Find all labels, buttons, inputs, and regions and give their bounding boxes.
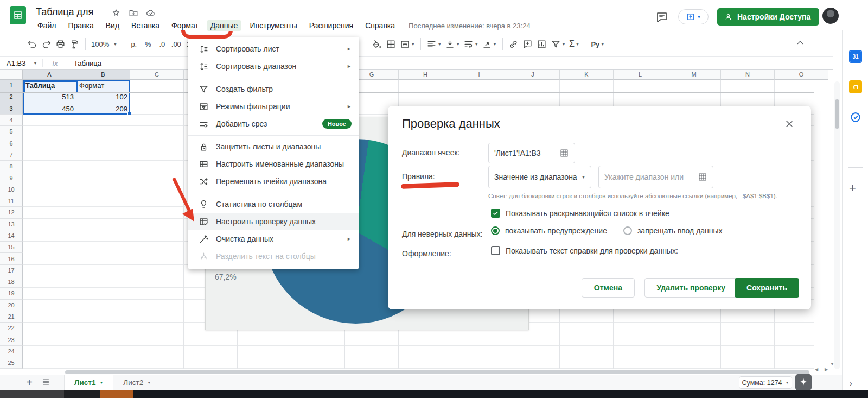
- column-header-J[interactable]: J: [506, 70, 560, 80]
- menu-Вставка[interactable]: Вставка: [127, 20, 163, 31]
- avatar[interactable]: [822, 8, 839, 24]
- remove-validation-button[interactable]: Удалить проверку: [644, 278, 738, 298]
- menu-item-sort-sheet[interactable]: Сортировать лист►: [188, 40, 359, 58]
- print-button[interactable]: [53, 36, 67, 52]
- format-percent-button[interactable]: %: [141, 36, 155, 52]
- text-rotate-button[interactable]: ▼: [480, 36, 499, 52]
- menu-item-column-stats[interactable]: Статистика по столбцам: [188, 195, 359, 213]
- row-header-24[interactable]: 24: [0, 346, 23, 357]
- range-input[interactable]: 'Лист1'!A1:B3: [488, 143, 575, 163]
- star-icon[interactable]: [111, 8, 121, 18]
- add-addon-icon[interactable]: +: [849, 181, 856, 195]
- cancel-button[interactable]: Отмена: [582, 278, 635, 298]
- menu-item-data-validation[interactable]: Настроить проверку данных: [188, 213, 359, 230]
- comment-history-icon[interactable]: [655, 11, 668, 24]
- row-header-17[interactable]: 17: [0, 265, 23, 276]
- criteria-select[interactable]: Значение из диапазона ▼: [488, 166, 591, 188]
- fill-handle[interactable]: [127, 112, 131, 116]
- vertical-scrollbar-thumb[interactable]: [835, 99, 839, 129]
- menu-item-create-filter[interactable]: Создать фильтр: [188, 80, 359, 98]
- document-title[interactable]: Таблица для: [36, 7, 93, 18]
- undo-button[interactable]: [25, 36, 39, 52]
- menu-item-sort-range[interactable]: Сортировать диапазон►: [188, 58, 359, 75]
- add-sheet-button[interactable]: +: [22, 376, 37, 389]
- functions-button[interactable]: Σ▼: [567, 36, 581, 52]
- column-header-O[interactable]: O: [775, 70, 828, 80]
- row-header-9[interactable]: 9: [0, 172, 23, 184]
- sum-pill[interactable]: Сумма: 1274 ▼: [739, 376, 792, 389]
- borders-button[interactable]: [384, 36, 398, 52]
- tasks-icon[interactable]: [849, 111, 862, 124]
- menu-item-protect[interactable]: Защитить листы и диапазоны: [188, 138, 359, 155]
- insert-comment-button[interactable]: [521, 36, 535, 52]
- all-sheets-button[interactable]: [41, 377, 56, 388]
- column-header-C[interactable]: C: [130, 70, 184, 80]
- select-all-corner[interactable]: [0, 70, 23, 80]
- row-header-22[interactable]: 22: [0, 323, 23, 334]
- text-wrap-button[interactable]: ▼: [462, 36, 480, 52]
- row-header-2[interactable]: 2: [0, 91, 23, 103]
- row-header-4[interactable]: 4: [0, 115, 23, 126]
- sheets-logo-icon[interactable]: [10, 6, 26, 24]
- row-header-21[interactable]: 21: [0, 311, 23, 323]
- show-warning-radio[interactable]: [491, 226, 500, 235]
- scroll-right-icon[interactable]: ▶: [825, 367, 828, 372]
- sheet-tab-Лист1[interactable]: Лист1▼: [64, 375, 113, 390]
- row-header-14[interactable]: 14: [0, 230, 23, 242]
- reject-input-radio[interactable]: [623, 226, 632, 235]
- redo-button[interactable]: [39, 36, 53, 52]
- format-currency-button[interactable]: р.: [127, 36, 141, 52]
- row-header-8[interactable]: 8: [0, 161, 23, 172]
- increase-decimals-button[interactable]: .00: [169, 36, 183, 52]
- menu-Расширения[interactable]: Расширения: [305, 20, 357, 31]
- menu-item-randomize[interactable]: Перемешать ячейки диапазона: [188, 173, 359, 190]
- last-edit-link[interactable]: Последнее изменение: вчера в 23:24: [409, 22, 531, 30]
- row-header-10[interactable]: 10: [0, 184, 23, 195]
- cloud-check-icon[interactable]: [146, 8, 156, 18]
- menu-Инструменты[interactable]: Инструменты: [246, 20, 301, 31]
- column-header-H[interactable]: H: [399, 70, 452, 80]
- row-header-11[interactable]: 11: [0, 195, 23, 207]
- keep-icon[interactable]: [849, 80, 862, 93]
- vertical-align-button[interactable]: ▼: [443, 36, 462, 52]
- column-header-I[interactable]: I: [452, 70, 506, 80]
- row-header-3[interactable]: 3: [0, 103, 23, 115]
- row-header-15[interactable]: 15: [0, 242, 23, 253]
- row-header-25[interactable]: 25: [0, 357, 23, 369]
- zoom-select[interactable]: 100% ▼: [90, 36, 119, 52]
- select-range-icon[interactable]: [559, 148, 569, 158]
- save-button[interactable]: Сохранить: [735, 278, 799, 298]
- column-header-L[interactable]: L: [614, 70, 667, 80]
- panel-expand-icon[interactable]: ›: [850, 378, 852, 388]
- row-header-1[interactable]: 1: [0, 80, 23, 91]
- calendar-icon[interactable]: 31: [849, 50, 862, 63]
- column-header-K[interactable]: K: [560, 70, 614, 80]
- row-header-19[interactable]: 19: [0, 288, 23, 299]
- menu-Справка[interactable]: Справка: [361, 20, 399, 31]
- input-tools-button[interactable]: Ру▼: [589, 36, 606, 52]
- close-icon[interactable]: [784, 118, 795, 129]
- menu-item-slicer[interactable]: Добавить срезНовое: [188, 115, 359, 132]
- explore-button[interactable]: [795, 374, 812, 390]
- column-header-A[interactable]: A: [23, 70, 76, 80]
- decrease-decimals-button[interactable]: .0: [155, 36, 169, 52]
- menu-Вид[interactable]: Вид: [102, 20, 123, 31]
- row-header-20[interactable]: 20: [0, 300, 23, 311]
- hide-menus-button[interactable]: [793, 36, 807, 50]
- row-header-13[interactable]: 13: [0, 219, 23, 230]
- menu-Данные[interactable]: Данные: [207, 20, 242, 31]
- sheet-tab-Лист2[interactable]: Лист2▼: [113, 375, 161, 390]
- show-help-checkbox[interactable]: [491, 246, 500, 255]
- menu-item-cleanup[interactable]: Очистка данных►: [188, 230, 359, 248]
- share-button[interactable]: Настройки Доступа: [717, 8, 819, 26]
- row-header-16[interactable]: 16: [0, 253, 23, 264]
- row-header-12[interactable]: 12: [0, 207, 23, 218]
- scroll-down-icon[interactable]: ▼: [830, 362, 834, 367]
- row-header-5[interactable]: 5: [0, 126, 23, 137]
- row-header-18[interactable]: 18: [0, 276, 23, 288]
- insert-link-button[interactable]: [507, 36, 521, 52]
- insert-chart-button[interactable]: [535, 36, 549, 52]
- merge-cells-button[interactable]: ▼: [398, 36, 417, 52]
- horizontal-align-button[interactable]: ▼: [425, 36, 443, 52]
- name-box[interactable]: A1:B3▼: [0, 59, 42, 67]
